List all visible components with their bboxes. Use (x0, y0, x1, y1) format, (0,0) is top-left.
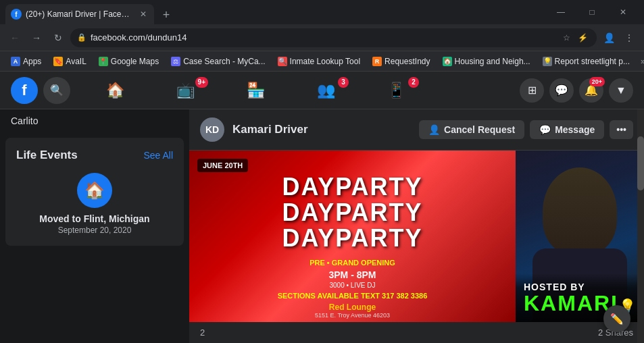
active-tab[interactable]: f (20+) Kamari Driver | Facebook ✕ (5, 4, 154, 24)
day-party-line1: DAYPARTY (282, 175, 422, 199)
sections-label: SECTIONS AVAILABLE TEXT 317 382 3386 (278, 292, 428, 300)
bookmark-streetlight[interactable]: 💡 Report streetlight p... (537, 53, 635, 70)
housing-bookmark-icon: 🏠 (443, 57, 452, 66)
new-tab-button[interactable]: + (157, 5, 176, 24)
bookmarks-bar: A Apps 🔖 AvaIL 📍 Google Maps ⚖ Case Sear… (0, 51, 644, 72)
day-party-line3: DAYPARTY (282, 226, 422, 250)
forward-button[interactable]: → (27, 28, 46, 47)
post-image: JUNE 20TH DAYPARTY DAYPARTY DAYPARTY PRE… (189, 151, 644, 322)
facebook-video-nav[interactable]: 📺 9+ (151, 74, 219, 107)
url-text: facebook.com/dundun14 (91, 32, 555, 43)
grand-opening-label: PRE • GRAND OPENING (278, 259, 428, 267)
inmate-bookmark-label: Inmate Lookup Tool (290, 57, 361, 66)
person-photo: HOSTED BY KAMARI 💡 (516, 151, 644, 322)
facebook-groups-nav[interactable]: 👥 3 (292, 74, 360, 107)
groups-nav-badge: 3 (338, 77, 349, 88)
maximize-button[interactable]: □ (576, 3, 608, 22)
streetlight-bookmark-label: Report streetlight p... (555, 57, 630, 66)
inmate-bookmark-icon: 🔍 (278, 57, 287, 66)
groups-nav-icon: 👥 (317, 82, 335, 99)
lock-icon: 🔒 (77, 33, 86, 42)
bookmark-inmate[interactable]: 🔍 Inmate Lookup Tool (272, 53, 366, 70)
video-nav-icon: 📺 (176, 82, 195, 99)
facebook-logo[interactable]: f (11, 77, 38, 104)
person-icon: 👤 (428, 124, 440, 135)
post-footer: 2 2 Shares (189, 322, 644, 343)
facebook-grid-button[interactable]: ⊞ (520, 78, 544, 103)
day-party-line2: DAYPARTY (282, 201, 422, 225)
browser-frame: f (20+) Kamari Driver | Facebook ✕ + — □… (0, 0, 644, 343)
life-events-title: Life Events (16, 149, 78, 162)
address-bar[interactable]: 🔒 facebook.com/dundun14 ☆ ⚡ (70, 28, 597, 47)
facebook-pages-nav[interactable]: 📱 2 (362, 74, 430, 107)
housing-bookmark-label: Housing and Neigh... (455, 57, 530, 66)
venue-label: Red Lounge (278, 302, 428, 312)
scrollbar[interactable] (637, 109, 644, 343)
pages-nav-icon: 📱 (387, 82, 405, 99)
request-bookmark-icon: R (372, 57, 382, 66)
message-button[interactable]: 💬 Message (530, 120, 604, 139)
bookmark-star-icon[interactable]: ☆ (559, 30, 574, 45)
navigation-bar: ← → ↻ 🔒 facebook.com/dundun14 ☆ ⚡ 👤 ⋮ (0, 24, 644, 51)
address-label: 5151 E. Troy Avenue 46203 (278, 312, 428, 319)
facebook-messenger-button[interactable]: 💬 (549, 78, 574, 103)
facebook-account-button[interactable]: ▼ (609, 78, 633, 103)
home-nav-icon: 🏠 (106, 82, 124, 99)
avail-bookmark-label: AvaIL (66, 57, 86, 66)
minimize-button[interactable]: — (545, 3, 576, 22)
apps-bookmark-label: Apps (23, 57, 41, 66)
facebook-home-nav[interactable]: 🏠 (81, 74, 149, 107)
life-event-item: 🏠 Moved to Flint, Michigan September 20,… (16, 173, 173, 235)
day-party-date: JUNE 20TH (197, 159, 248, 172)
tab-bar: f (20+) Kamari Driver | Facebook ✕ + — □… (0, 0, 644, 24)
address-bar-icons: ☆ ⚡ (559, 30, 590, 45)
bookmark-apps[interactable]: A Apps (5, 53, 47, 70)
facebook-notifications-button[interactable]: 🔔 20+ (579, 78, 603, 103)
streetlight-bookmark-icon: 💡 (543, 57, 552, 66)
bookmark-housing[interactable]: 🏠 Housing and Neigh... (437, 53, 536, 70)
store-nav-icon: 🏪 (247, 82, 265, 99)
profile-actions: 👤 Cancel Request 💬 Message ••• (419, 120, 633, 139)
maps-bookmark-label: Google Maps (111, 57, 159, 66)
avail-bookmark-icon: 🔖 (53, 57, 63, 66)
tab-title: (20+) Kamari Driver | Facebook (26, 9, 134, 19)
request-bookmark-label: RequestIndy (385, 57, 430, 66)
facebook-nav-center: 🏠 📺 9+ 🏪 👥 3 📱 2 (81, 74, 430, 107)
day-party-flyer: JUNE 20TH DAYPARTY DAYPARTY DAYPARTY PRE… (189, 151, 516, 322)
edit-fab-button[interactable]: ✏️ (603, 305, 630, 332)
post-image-container: JUNE 20TH DAYPARTY DAYPARTY DAYPARTY PRE… (189, 151, 644, 322)
hours-label: 3PM - 8PM (278, 269, 428, 280)
reload-button[interactable]: ↻ (49, 28, 68, 47)
bookmark-avail[interactable]: 🔖 AvaIL (48, 53, 91, 70)
facebook-navbar: f 🔍 🏠 📺 9+ 🏪 👥 3 (0, 72, 644, 109)
scrollbar-thumb[interactable] (637, 136, 644, 190)
menu-button[interactable]: ⋮ (620, 28, 639, 47)
profile-button[interactable]: 👤 (599, 28, 618, 47)
facebook-store-nav[interactable]: 🏪 (222, 74, 289, 107)
pages-nav-badge: 2 (408, 77, 419, 88)
profile-avatar: KD (200, 117, 224, 142)
maps-bookmark-icon: 📍 (99, 57, 108, 66)
life-events-section: Life Events See All 🏠 Moved to Flint, Mi… (5, 138, 184, 246)
extension-icon[interactable]: ⚡ (575, 30, 590, 45)
sidebar-name-area: Carlito (0, 109, 189, 132)
bookmark-request[interactable]: R RequestIndy (367, 53, 435, 70)
video-nav-badge: 9+ (195, 77, 208, 88)
tab-close-button[interactable]: ✕ (138, 9, 149, 20)
facebook-nav-right: ⊞ 💬 🔔 20+ ▼ (520, 78, 633, 103)
more-actions-button[interactable]: ••• (610, 120, 633, 139)
facebook-search-button[interactable]: 🔍 (43, 77, 70, 104)
close-button[interactable]: ✕ (608, 3, 639, 22)
case-search-bookmark-icon: ⚖ (171, 57, 180, 66)
see-all-link[interactable]: See All (143, 150, 173, 161)
cancel-request-button[interactable]: 👤 Cancel Request (419, 120, 524, 139)
more-bookmarks-button[interactable]: » (637, 55, 644, 68)
life-events-header: Life Events See All (16, 149, 173, 162)
apps-bookmark-icon: A (11, 57, 20, 66)
life-event-date: September 20, 2020 (58, 226, 132, 235)
bookmark-maps[interactable]: 📍 Google Maps (93, 53, 164, 70)
bookmark-case-search[interactable]: ⚖ Case Search - MyCa... (166, 53, 270, 70)
facebook-main: Carlito Life Events See All 🏠 Moved to F… (0, 109, 644, 343)
post-reactions: 2 (200, 327, 205, 338)
back-button[interactable]: ← (5, 28, 24, 47)
